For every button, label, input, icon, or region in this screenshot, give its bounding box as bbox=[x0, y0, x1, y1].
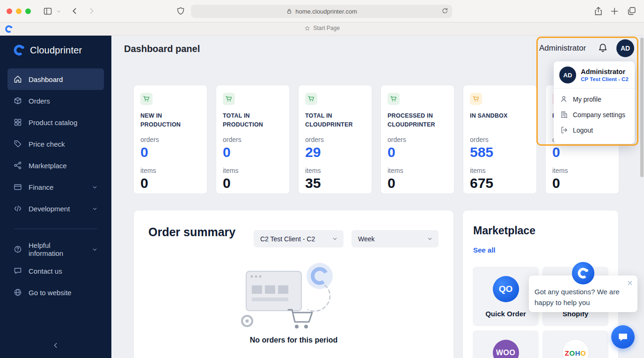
menu-item-label: My profile bbox=[573, 96, 601, 103]
notifications-bell-icon[interactable] bbox=[598, 43, 608, 53]
chat-launcher-button[interactable] bbox=[611, 325, 635, 349]
woocommerce-logo: WOO bbox=[493, 340, 519, 358]
chevron-down-icon bbox=[92, 206, 98, 212]
sidebar-item-label: Helpful information bbox=[29, 241, 85, 257]
sidebar-item-label: Marketplace bbox=[29, 162, 67, 170]
marketplace-app-woocommerce[interactable]: WOO bbox=[473, 330, 539, 358]
refresh-icon[interactable] bbox=[441, 7, 448, 15]
avatar: AD bbox=[559, 67, 576, 83]
user-role-label: Administrator bbox=[539, 44, 586, 53]
grid-icon bbox=[14, 118, 22, 127]
basket-icon bbox=[305, 93, 317, 105]
sidebar-item-finance[interactable]: Finance bbox=[7, 176, 104, 198]
sidebar-toggle-icon[interactable] bbox=[43, 7, 52, 16]
user-avatar[interactable]: AD bbox=[616, 39, 634, 57]
zoho-letter: Z bbox=[565, 349, 570, 357]
sidebar-item-development[interactable]: Development bbox=[7, 198, 104, 219]
stats-cards-row: NEW IN PRODUCTION orders 0 items 0 TOTAL… bbox=[133, 85, 619, 194]
chat-icon bbox=[14, 267, 22, 275]
new-tab-icon[interactable] bbox=[610, 7, 619, 16]
share-icon[interactable] bbox=[593, 6, 603, 16]
menu-item-logout[interactable]: Logout bbox=[554, 122, 635, 138]
orders-count: 0 bbox=[223, 144, 283, 160]
stat-card-title: NEW IN PRODUCTION bbox=[140, 112, 200, 130]
lock-icon bbox=[286, 8, 293, 15]
scrollbar-thumb[interactable] bbox=[640, 37, 644, 177]
privacy-shield-icon[interactable] bbox=[176, 7, 185, 16]
sidebar-item-product-catalog[interactable]: Product catalog bbox=[7, 112, 104, 133]
sidebar-item-go-to-website[interactable]: Go to website bbox=[7, 282, 104, 303]
user-client: CP Test Client - C2 bbox=[581, 76, 629, 82]
cloudprinter-logo-icon bbox=[13, 44, 25, 56]
person-icon bbox=[560, 95, 568, 103]
back-icon[interactable] bbox=[70, 7, 79, 15]
sidebar-nav: Dashboard Orders Product catalog Price c… bbox=[0, 68, 111, 303]
menu-item-label: Logout bbox=[573, 127, 593, 134]
sidebar-item-dashboard[interactable]: Dashboard bbox=[7, 68, 104, 90]
sidebar-item-marketplace[interactable]: Marketplace bbox=[7, 155, 104, 176]
items-label: items bbox=[140, 167, 200, 174]
items-count: 675 bbox=[470, 175, 530, 191]
items-label: items bbox=[388, 167, 447, 174]
orders-label: orders bbox=[223, 136, 283, 143]
tab-overview-icon[interactable] bbox=[627, 6, 637, 16]
sidebar-item-orders[interactable]: Orders bbox=[7, 90, 104, 112]
menu-item-my-profile[interactable]: My profile bbox=[554, 91, 635, 107]
zoom-window-button[interactable] bbox=[25, 8, 31, 14]
marketplace-app-zoho[interactable]: ZOHO bbox=[542, 330, 608, 358]
items-count: 0 bbox=[223, 175, 283, 191]
sidebar-item-label: Orders bbox=[29, 97, 50, 105]
period-filter-select[interactable]: Week bbox=[351, 230, 439, 247]
stat-card-title: PROCESSED IN CLOUDPRINTER bbox=[388, 112, 447, 130]
url-input[interactable]: home.cloudprinter.com bbox=[191, 5, 452, 18]
stat-card-processed-in-cloudprinter: PROCESSED IN CLOUDPRINTER orders 0 items… bbox=[381, 85, 454, 194]
forward-icon[interactable] bbox=[87, 7, 96, 15]
chevron-down-icon[interactable] bbox=[56, 9, 61, 14]
items-label: items bbox=[223, 167, 283, 174]
app-name: Quick Order bbox=[485, 310, 526, 318]
orders-label: orders bbox=[470, 136, 530, 143]
stat-card-new-in-production: NEW IN PRODUCTION orders 0 items 0 bbox=[133, 85, 207, 194]
items-label: items bbox=[305, 167, 365, 174]
brand-name: Cloudprinter bbox=[30, 45, 82, 56]
sidebar-item-label: Finance bbox=[29, 183, 53, 191]
client-filter-select[interactable]: C2 Test Client - C2 bbox=[254, 230, 344, 247]
sidebar-item-label: Go to website bbox=[29, 289, 72, 297]
items-count: 0 bbox=[552, 175, 612, 191]
zoho-letter: O bbox=[569, 349, 575, 357]
chevron-down-icon bbox=[332, 236, 338, 242]
sidebar-collapse-button[interactable] bbox=[46, 338, 65, 352]
order-summary-panel: Order summary C2 Test Client - C2 Week bbox=[133, 210, 454, 358]
close-icon[interactable] bbox=[627, 280, 633, 286]
browser-toolbar: home.cloudprinter.com bbox=[0, 0, 644, 22]
menu-item-company-settings[interactable]: Company settings bbox=[554, 107, 635, 122]
logout-icon bbox=[560, 126, 568, 134]
stat-card-total-in-production: TOTAL IN PRODUCTION orders 0 items 0 bbox=[216, 85, 290, 194]
nodes-icon bbox=[14, 161, 22, 170]
quick-order-logo: QO bbox=[493, 276, 519, 302]
building-icon bbox=[560, 111, 568, 119]
sidebar-item-helpful-information[interactable]: Helpful information bbox=[7, 239, 104, 260]
items-count: 0 bbox=[140, 175, 200, 191]
cloudprinter-logo[interactable]: Cloudprinter bbox=[13, 44, 111, 56]
close-window-button[interactable] bbox=[7, 8, 12, 14]
chevron-down-icon bbox=[92, 246, 98, 253]
stat-card-title: TOTAL IN PRODUCTION bbox=[223, 112, 283, 130]
favorites-tab-start-page[interactable]: Start Page bbox=[304, 25, 340, 31]
cloudprinter-chat-logo-icon bbox=[572, 262, 594, 284]
cloudprinter-favicon-icon[interactable] bbox=[5, 25, 13, 33]
basket-icon bbox=[470, 93, 482, 105]
items-count: 35 bbox=[305, 175, 365, 191]
minimize-window-button[interactable] bbox=[16, 8, 22, 14]
stat-card-in-sandbox: IN SANDBOX orders 585 items 675 bbox=[463, 85, 537, 194]
zoho-letter: H bbox=[575, 349, 580, 357]
orders-count: 0 bbox=[388, 144, 447, 160]
see-all-link[interactable]: See all bbox=[473, 246, 496, 254]
empty-state-message: No orders for this period bbox=[134, 336, 454, 344]
period-filter-value: Week bbox=[358, 235, 375, 243]
sidebar-item-price-check[interactable]: Price check bbox=[7, 133, 104, 155]
stat-card-total-in-cloudprinter: TOTAL IN CLOUDPRINTER orders 29 items 35 bbox=[298, 85, 372, 194]
sidebar-item-contact-us[interactable]: Contact us bbox=[7, 260, 104, 282]
sidebar-item-label: Price check bbox=[29, 140, 65, 148]
code-icon bbox=[14, 204, 22, 213]
